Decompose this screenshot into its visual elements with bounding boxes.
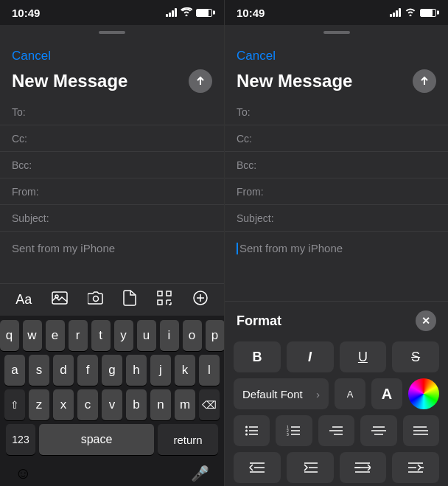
key-h[interactable]: h bbox=[126, 355, 147, 386]
to-field[interactable]: To: bbox=[0, 99, 224, 125]
format-font-row: Default Font › A A bbox=[225, 375, 448, 412]
compose-header-right: Cancel New Message bbox=[225, 40, 448, 99]
font-larger-button[interactable]: A bbox=[371, 378, 402, 409]
key-m[interactable]: m bbox=[175, 389, 195, 420]
mail-body-left[interactable]: Sent from my iPhone bbox=[0, 232, 224, 283]
key-row-2: a s d f g h j k l bbox=[3, 355, 221, 386]
body-text-left: Sent from my iPhone bbox=[12, 242, 115, 254]
cancel-button-right[interactable]: Cancel bbox=[237, 46, 436, 66]
align-list-button[interactable] bbox=[234, 415, 270, 446]
font-smaller-button[interactable]: A bbox=[335, 378, 365, 409]
mail-fields-left: To: Cc: Bcc: From: Subject: bbox=[0, 99, 224, 232]
key-u[interactable]: u bbox=[137, 320, 156, 351]
emoji-button[interactable]: ☺ bbox=[15, 464, 31, 483]
font-selector[interactable]: Default Font › bbox=[234, 378, 329, 409]
toolbar-gallery[interactable] bbox=[46, 288, 74, 311]
format-strikethrough-button[interactable]: S bbox=[392, 341, 439, 372]
subject-label: Subject: bbox=[12, 212, 56, 224]
indent-decrease-button[interactable] bbox=[234, 452, 281, 483]
key-t[interactable]: t bbox=[91, 320, 111, 351]
cc-label: Cc: bbox=[12, 133, 56, 145]
key-r[interactable]: r bbox=[69, 320, 88, 351]
format-close-button[interactable]: ✕ bbox=[416, 310, 436, 331]
bcc-field[interactable]: Bcc: bbox=[0, 152, 224, 178]
color-picker-button[interactable] bbox=[408, 378, 439, 409]
compose-title-row-right: New Message bbox=[237, 66, 436, 99]
font-larger-label: A bbox=[382, 386, 392, 403]
to-field-right[interactable]: To: bbox=[225, 99, 448, 125]
key-n[interactable]: n bbox=[150, 389, 171, 420]
key-numbers[interactable]: 123 bbox=[6, 424, 35, 455]
left-phone-panel: 10:49 Cancel New Message bbox=[0, 0, 224, 486]
key-i[interactable]: i bbox=[160, 320, 179, 351]
cc-field[interactable]: Cc: bbox=[0, 125, 224, 152]
send-button-right[interactable] bbox=[413, 69, 436, 93]
key-c[interactable]: c bbox=[77, 389, 98, 420]
toolbar-scan[interactable] bbox=[150, 287, 178, 313]
list-outdent-button[interactable] bbox=[340, 452, 387, 483]
align-center-button[interactable] bbox=[360, 415, 396, 446]
keyboard-rows-left: q w e r t y u i o p a s d f g h j k l bbox=[0, 316, 224, 461]
from-field[interactable]: From: bbox=[0, 178, 224, 205]
mic-button[interactable]: 🎤 bbox=[191, 465, 209, 482]
bcc-field-right[interactable]: Bcc: bbox=[225, 152, 448, 178]
key-s[interactable]: s bbox=[29, 355, 49, 386]
key-b[interactable]: b bbox=[126, 389, 147, 420]
indent-increase-button[interactable] bbox=[287, 452, 334, 483]
from-field-right[interactable]: From: bbox=[225, 178, 448, 205]
key-f[interactable]: f bbox=[77, 355, 98, 386]
from-label-right: From: bbox=[237, 186, 281, 198]
toolbar-aa[interactable]: Aa bbox=[10, 289, 38, 310]
bcc-label: Bcc: bbox=[12, 159, 56, 171]
format-italic-button[interactable]: I bbox=[287, 341, 334, 372]
key-v[interactable]: v bbox=[102, 389, 122, 420]
key-j[interactable]: j bbox=[150, 355, 171, 386]
format-bold-button[interactable]: B bbox=[234, 341, 281, 372]
send-button-left[interactable] bbox=[189, 69, 212, 93]
format-style-row: B I U S bbox=[225, 339, 448, 375]
toolbar-camera[interactable] bbox=[82, 288, 110, 311]
key-delete[interactable]: ⌫ bbox=[199, 389, 220, 420]
key-q[interactable]: q bbox=[0, 320, 19, 351]
key-a[interactable]: a bbox=[4, 355, 25, 386]
cc-field-right[interactable]: Cc: bbox=[225, 125, 448, 152]
key-return[interactable]: return bbox=[158, 424, 218, 455]
key-y[interactable]: y bbox=[114, 320, 133, 351]
key-d[interactable]: d bbox=[53, 355, 74, 386]
key-row-4: 123 space return bbox=[3, 424, 221, 455]
wifi-icon-right bbox=[405, 7, 416, 18]
key-e[interactable]: e bbox=[46, 320, 65, 351]
key-w[interactable]: w bbox=[23, 320, 42, 351]
cancel-button-left[interactable]: Cancel bbox=[12, 46, 212, 66]
toolbar-file[interactable] bbox=[117, 287, 142, 313]
key-k[interactable]: k bbox=[175, 355, 195, 386]
key-row-1: q w e r t y u i o p bbox=[3, 320, 221, 351]
subject-field-right[interactable]: Subject: bbox=[225, 205, 448, 232]
key-o[interactable]: o bbox=[183, 320, 202, 351]
toolbar-format[interactable] bbox=[186, 287, 214, 313]
key-shift[interactable]: ⇧ bbox=[4, 389, 25, 420]
svg-point-2 bbox=[93, 296, 98, 302]
compose-header-left: Cancel New Message bbox=[0, 40, 224, 99]
format-underline-button[interactable]: U bbox=[340, 341, 387, 372]
key-g[interactable]: g bbox=[102, 355, 122, 386]
status-bar-right: 10:49 bbox=[225, 0, 448, 25]
align-numbered-button[interactable]: 1 2 3 bbox=[276, 415, 312, 446]
key-x[interactable]: x bbox=[53, 389, 74, 420]
key-z[interactable]: z bbox=[29, 389, 49, 420]
list-indent-button[interactable] bbox=[392, 452, 439, 483]
key-space[interactable]: space bbox=[39, 424, 154, 455]
align-right-button[interactable] bbox=[318, 415, 354, 446]
key-l[interactable]: l bbox=[199, 355, 220, 386]
chevron-right-icon: › bbox=[316, 388, 320, 400]
status-bar-left: 10:49 bbox=[0, 0, 224, 25]
keyboard-bottom-bar-left: ☺ 🎤 bbox=[0, 461, 224, 486]
compose-title-left: New Message bbox=[12, 71, 127, 91]
key-p[interactable]: p bbox=[206, 320, 225, 351]
font-name: Default Font bbox=[242, 388, 303, 400]
align-justify-button[interactable] bbox=[403, 415, 439, 446]
battery-icon bbox=[196, 9, 212, 17]
wifi-icon bbox=[181, 7, 192, 18]
subject-field[interactable]: Subject: bbox=[0, 205, 224, 232]
mail-body-right[interactable]: Sent from my iPhone bbox=[225, 232, 448, 301]
